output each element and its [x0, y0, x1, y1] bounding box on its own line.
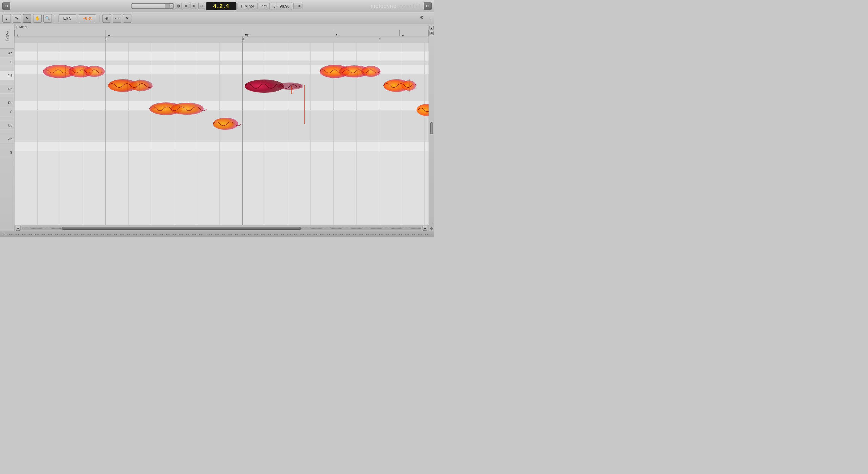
loop-button[interactable]: ↺	[198, 3, 205, 9]
scrollbar-track[interactable]	[22, 227, 421, 230]
scrollbar-area: ◀ ▶	[14, 225, 429, 231]
note-label-c: C	[0, 107, 14, 116]
row-ab-high	[14, 42, 429, 52]
content-area: F Minor f- c- Eb f- c- 2 3 4	[14, 24, 429, 231]
time-handle-button[interactable]: ⊞	[430, 31, 434, 35]
beat-line-8	[219, 42, 220, 225]
note-label-gap6	[0, 143, 14, 148]
row-d	[14, 88, 429, 92]
record-icon	[177, 4, 180, 7]
svg-point-28	[401, 80, 416, 91]
svg-point-31	[416, 104, 429, 116]
beat-line-15	[424, 42, 425, 225]
note-label-db: Db	[0, 98, 14, 107]
row-eb	[14, 78, 429, 88]
note-label-gap3	[0, 94, 14, 98]
sidebar-icon	[5, 5, 8, 7]
row-g-low-gap	[14, 137, 429, 142]
nodes-icon: ⋯	[115, 16, 119, 21]
note-icon: ♪	[6, 16, 8, 21]
top-bar: ⣿ ↺ 4.2.4 F Minor 4/4 ♩ = 98.90	[0, 0, 434, 12]
timeline-vline-2	[105, 36, 106, 42]
note-label-gap4	[0, 116, 14, 121]
section-line-3	[379, 42, 379, 225]
zoom-indicator-right: ⬦	[432, 221, 433, 224]
pencil-tool-button[interactable]: ✎	[13, 14, 21, 23]
branding: melodyne essential	[371, 3, 420, 9]
note-blob-eb-long[interactable]	[238, 78, 309, 94]
window-toggle-right[interactable]	[424, 2, 432, 10]
amplitude-tool-icon[interactable]: ≋	[123, 14, 131, 23]
window-toggle-left[interactable]	[2, 2, 10, 10]
section-line-2	[242, 42, 243, 225]
scroll-right-button[interactable]: ▶	[423, 226, 427, 231]
treble-clef-icon: 𝄞	[5, 31, 9, 38]
pitch-tool-icon[interactable]: ⊕	[102, 14, 111, 23]
toolbar: ♪ ✎ ↖ ✋ 🔍 Eb 5 +8 ct ⊕ ⋯ ≋ ⚙ ⋮	[0, 12, 434, 24]
stop-button[interactable]	[183, 3, 189, 9]
time-signature[interactable]: 4/4	[258, 2, 270, 10]
note-blob-eb-right[interactable]	[379, 78, 420, 93]
formant-tool-icon[interactable]: ⋯	[113, 14, 121, 23]
svg-point-23	[361, 66, 381, 77]
note-label-ab-low: Ab	[0, 134, 14, 143]
zoom-tool-button[interactable]: 🔍	[43, 14, 52, 23]
tempo-note-icon: ♩	[274, 4, 276, 8]
loop-icon: ↺	[200, 4, 204, 8]
note-grid[interactable]	[14, 42, 429, 225]
progress-bar[interactable]: ⣿	[131, 3, 174, 9]
pan-tool-button[interactable]: ✋	[33, 14, 41, 23]
tempo-display[interactable]: ♩ = 98.90	[271, 2, 292, 10]
play-icon	[193, 4, 195, 7]
pencil-icon: ✎	[15, 16, 19, 21]
play-button[interactable]	[190, 3, 197, 9]
beat-line-4	[128, 42, 129, 225]
note-blob-f5-1[interactable]	[35, 64, 114, 79]
crosshair-icon: ⊕	[105, 16, 108, 21]
beat-line-6	[174, 42, 174, 225]
svg-point-7	[130, 80, 153, 91]
row-db	[14, 92, 429, 101]
key-signature-area: 𝄞 ♭♭♭	[0, 24, 14, 48]
beat-line-9	[265, 42, 265, 225]
metronome-icon: ⟳✤	[296, 4, 301, 8]
svg-point-2	[84, 66, 104, 77]
bottom-bar: #	[0, 231, 434, 237]
note-blob-f5-2[interactable]	[313, 64, 387, 79]
piano-roll: 𝄞 ♭♭♭ Ab G F 5 Eb Db C Bb Ab G	[0, 24, 14, 231]
row-b	[14, 110, 429, 115]
record-button[interactable]	[175, 3, 181, 9]
stop-icon	[185, 5, 187, 7]
vertical-scrollbar-thumb[interactable]	[430, 122, 433, 134]
notes-view-button[interactable]: ♩	[430, 26, 434, 30]
note-blob-c-right[interactable]	[416, 103, 429, 117]
note-blob-eb-1[interactable]	[101, 78, 159, 93]
settings-button[interactable]: ⚙	[420, 15, 427, 22]
key-selector[interactable]: F Minor	[238, 2, 257, 10]
zoom-icon: 🔍	[45, 16, 50, 21]
progress-fill	[132, 4, 165, 8]
scrollbar-thumb[interactable]	[62, 227, 302, 230]
progress-handle[interactable]: ⣿	[169, 4, 173, 9]
metronome-button[interactable]: ⟳✤	[293, 3, 303, 9]
note-label-gap5	[0, 130, 14, 134]
hashtag-icon: #	[2, 232, 4, 236]
key-sig-label: ♭♭♭	[5, 39, 9, 42]
select-tool-button[interactable]: ↖	[23, 14, 31, 23]
section-line-1	[105, 42, 106, 225]
note-blob-c-1[interactable]	[143, 101, 213, 116]
note-blob-bb[interactable]	[209, 116, 247, 131]
scroll-left-button[interactable]: ◀	[16, 226, 21, 231]
timeline: 2 3 4	[14, 36, 429, 42]
note-label-bb: Bb	[0, 121, 14, 130]
hand-icon: ✋	[35, 16, 40, 21]
beat-line-10	[288, 42, 288, 225]
bottom-waveform-svg	[6, 233, 432, 236]
note-label-ab-high: Ab	[0, 48, 14, 58]
note-label-gap1	[0, 67, 14, 71]
cents-display: +8 ct	[78, 14, 96, 22]
note-tool-button[interactable]: ♪	[2, 14, 11, 23]
toolbar-divider	[55, 15, 55, 22]
beat-line-7	[197, 42, 197, 225]
notes-icon: ♩	[431, 26, 432, 29]
